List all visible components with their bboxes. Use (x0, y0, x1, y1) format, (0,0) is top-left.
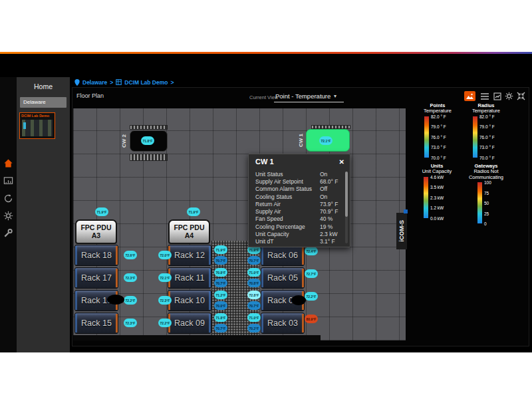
floor-plan[interactable]: CW 2 71.8°F CW 1 72.1°F 71.9°F 71.9°F FP… (73, 108, 406, 340)
legend-tick: 79.0 ° F (479, 124, 495, 129)
location-pin-icon (74, 79, 80, 86)
temp-badge[interactable]: 71.9°F (187, 207, 200, 216)
popup-row-label: Unit Capacity (255, 231, 320, 237)
breadcrumb-sep-icon: > (110, 79, 113, 86)
vent-grille (130, 125, 168, 130)
close-icon[interactable]: ✕ (339, 158, 344, 166)
temp-badge[interactable]: 70.7°F (247, 301, 261, 310)
legend-radius: RadiusTemperature82.0 ° F79.0 ° F76.0 ° … (467, 102, 505, 158)
perforated-tiles (211, 241, 259, 336)
rack-rack-09[interactable]: Rack 09 (168, 313, 211, 334)
temp-badge[interactable]: 72.2°F (158, 319, 172, 327)
sync-nav-icon[interactable] (3, 194, 13, 203)
temp-badge[interactable]: 70.0°F (214, 301, 227, 310)
rack-rack-10[interactable]: Rack 10 (168, 290, 211, 311)
temp-badge[interactable]: 71.9°F (214, 245, 227, 254)
temp-badge-cw1[interactable]: 72.1°F (319, 136, 332, 145)
view-list-button[interactable] (479, 91, 490, 101)
temp-badge[interactable]: 72.4°F (305, 247, 318, 255)
temp-badge[interactable]: 71.0°F (247, 313, 261, 322)
rack-cold-edge (261, 314, 263, 332)
rack-label: Rack 06 (267, 251, 298, 260)
view-chart-button[interactable] (491, 91, 503, 101)
temp-badge[interactable]: 71.2°F (214, 291, 227, 299)
temp-badge-cw2[interactable]: 71.8°F (141, 136, 154, 145)
popup-row-value: 73.9° F (320, 201, 338, 207)
fullscreen-button[interactable] (515, 91, 527, 101)
pdu-a4[interactable]: FPC PDU A4 (168, 219, 210, 244)
legend-row: 1007550250 (464, 182, 509, 223)
temp-badge-alarm[interactable]: 80.9°F (305, 315, 318, 323)
temp-badge[interactable]: 70.7°F (214, 256, 227, 265)
popup-row: Unit dT3.1° F (255, 238, 340, 245)
map-icon (116, 79, 122, 85)
temp-badge[interactable]: 70.8°F (214, 268, 227, 277)
current-view-dropdown[interactable]: Point - Temperature (275, 92, 331, 100)
popup-row: Fan Speed40 % (255, 215, 340, 223)
temp-badge[interactable]: 72.6°F (124, 251, 137, 259)
temp-badge[interactable]: 72.3°F (124, 273, 137, 282)
temp-badge[interactable]: 70.7°F (214, 324, 227, 332)
rack-cold-edge (261, 246, 263, 265)
home-nav-icon[interactable] (3, 158, 13, 168)
settings-nav-icon[interactable] (3, 211, 13, 221)
temp-badge[interactable]: 72.2°F (124, 296, 137, 305)
rack-rack-12[interactable]: Rack 12 (168, 245, 211, 266)
temp-badge[interactable]: 70.7°F (247, 256, 261, 265)
temp-badge[interactable]: 72.3°F (158, 296, 172, 305)
temp-badge[interactable]: 72.7°F (305, 269, 318, 278)
rack-cold-edge (209, 291, 211, 310)
rack-rack-11[interactable]: Rack 11 (168, 267, 211, 289)
view-image-button[interactable] (464, 91, 475, 101)
temp-badge[interactable]: 70.7°F (214, 279, 227, 287)
rack-rack-17[interactable]: Rack 17 (74, 267, 118, 289)
popup-scrollbar[interactable] (345, 172, 348, 243)
rack-label: Rack 09 (174, 319, 205, 328)
legend-tick: 73.0 ° F (479, 145, 495, 150)
legend-tick: 2.3 kW (430, 195, 444, 200)
rack-rack-06[interactable]: Rack 06 (261, 245, 305, 266)
list-icon (481, 93, 489, 100)
maintenance-nav-icon[interactable] (3, 228, 13, 238)
rack-rack-18[interactable]: Rack 18 (74, 245, 118, 266)
rack-rack-03[interactable]: Rack 03 (261, 313, 305, 334)
sidebar-item-delaware[interactable]: Delaware (20, 97, 66, 108)
chevron-down-icon[interactable]: ▾ (334, 93, 336, 99)
panel-settings-button[interactable] (503, 91, 515, 101)
temp-badge[interactable]: 71.9°F (95, 207, 108, 216)
rack-rack-15[interactable]: Rack 15 (74, 313, 118, 334)
popup-row-label: Unit Status (255, 171, 320, 178)
temp-badge[interactable]: 72.1°F (158, 273, 172, 282)
popup-row-label: Return Air (255, 201, 320, 207)
redaction-oval (107, 295, 124, 305)
legend-tick: 73.0 ° F (431, 145, 446, 150)
temp-badge[interactable]: 72.2°F (305, 292, 318, 301)
legend-row: 4.6 kW3.5 kW2.3 kW1.2 kW0.0 kW (416, 177, 458, 218)
legend-tick: 75 (484, 190, 489, 195)
rack-rack-05[interactable]: Rack 05 (261, 267, 305, 289)
panel-title: Floor Plan (76, 92, 104, 99)
temp-badge[interactable]: 72.3°F (124, 319, 137, 327)
map-thumbnail[interactable]: DCIM Lab Demo (19, 112, 55, 139)
dashboard-nav-icon[interactable] (3, 176, 13, 186)
rack-hot-edge (116, 314, 118, 332)
popup-row-value: 70.9° F (320, 208, 338, 215)
temp-badge[interactable]: 72.0°F (158, 251, 172, 259)
redaction-oval (291, 295, 306, 305)
temp-badge[interactable]: 71.0°F (247, 268, 261, 277)
breadcrumb-map[interactable]: DCIM Lab Demo (124, 79, 168, 86)
popup-row: Return Air73.9° F (255, 200, 340, 207)
temp-badge[interactable]: 70.2°F (247, 324, 261, 332)
temp-badge[interactable]: 71.8°F (214, 313, 227, 322)
popup-row: Common Alarm StatusOff (255, 186, 340, 193)
popup-scrollbar-thumb[interactable] (345, 172, 348, 217)
site-panel-title: Home (17, 82, 70, 90)
legend-gateways: GatewaysRadios Not Communicating10075502… (464, 163, 509, 223)
pdu-label: A3 (92, 232, 100, 240)
breadcrumb-site[interactable]: Delaware (82, 79, 107, 86)
popup-row: Cooling StatusOn (255, 193, 340, 200)
pdu-a3[interactable]: FPC PDU A3 (75, 219, 117, 244)
map-thumbnail-preview (22, 120, 53, 136)
temp-badge[interactable]: 70.8°F (247, 279, 261, 287)
temp-badge[interactable]: 72.8°F (247, 291, 261, 299)
